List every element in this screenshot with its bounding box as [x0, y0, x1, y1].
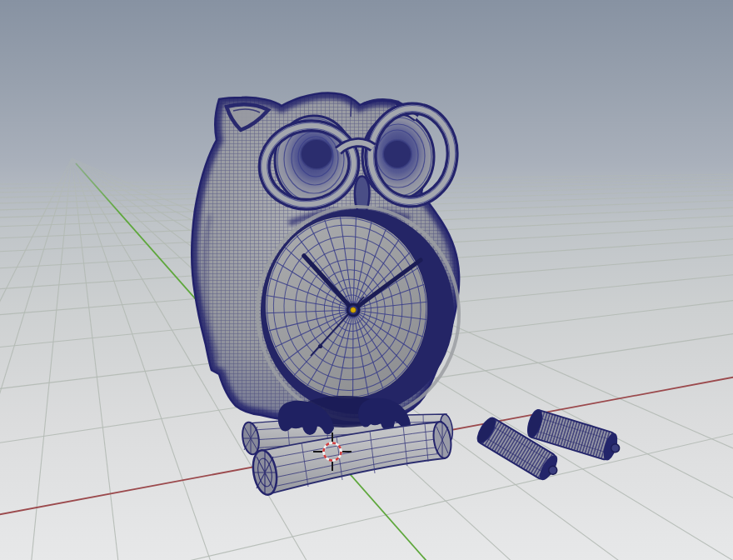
head-seam — [351, 98, 352, 117]
3d-viewport[interactable] — [0, 0, 733, 560]
object-origin-dot — [351, 308, 356, 312]
owl-clock-mesh[interactable] — [183, 83, 466, 435]
beak — [355, 177, 370, 215]
